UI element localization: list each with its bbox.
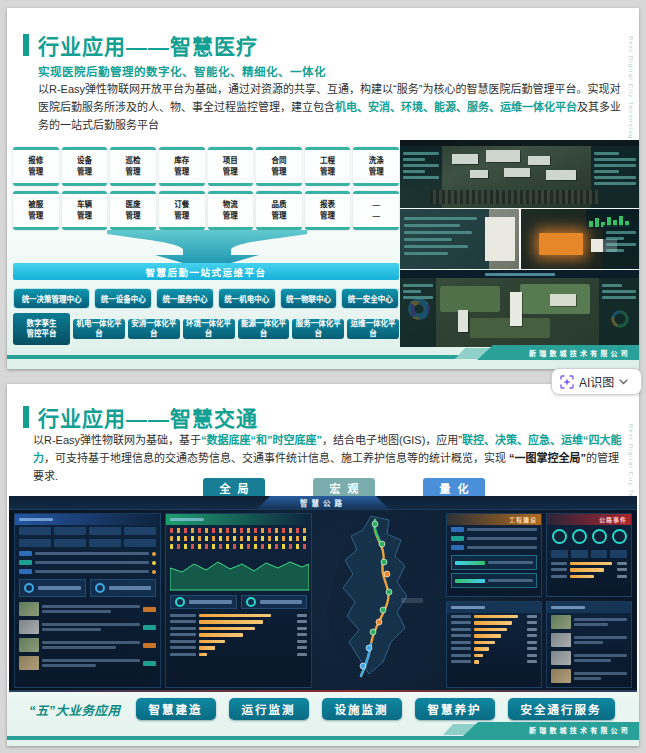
footer-accent-line [7, 355, 485, 359]
highlighted-building [539, 233, 583, 255]
hud-data-table [400, 209, 489, 269]
hud-right-strip [603, 225, 639, 269]
company-footer-band: 新瑞数城技术有限公司 [477, 345, 639, 360]
unified-centers-row: 统一决策管理中心 统一设备中心 统一服务中心 统一机电中心 统一物联中心 统一安… [13, 288, 399, 309]
dashboard-title: 智慧公路 [257, 496, 389, 509]
hud-right-strip [599, 278, 639, 347]
biz-button: 智慧养护 [415, 698, 495, 720]
building-right-view [521, 209, 640, 269]
module-cell: 合同 管理 [256, 147, 302, 186]
page-title: 行业应用——智慧医疗 [38, 30, 258, 60]
building-left-view [400, 209, 521, 269]
module-cell: 项目 管理 [208, 147, 254, 186]
slide-subtitle: 实现医院后勤管理的数字化、智能化、精细化、一体化 [38, 63, 326, 79]
panel-header-events: 公路事件 [547, 514, 631, 525]
panel-header [166, 514, 311, 525]
slide-smart-transport: 行业应用——智慧交通 以R-Easy弹性物联网为基础，基于“数据底座“和”时空底… [7, 384, 639, 746]
center-pill: 统一物联中心 [280, 288, 338, 309]
integrated-platforms-row: 数字孪生 管控平台 机电一体化平台 安消一体化平台 环境一体化平台 能源一体化平… [13, 313, 399, 345]
page-title: 行业应用——智慧交通 [38, 402, 258, 432]
hospital-module-grid: 报修 管理 设备 管理 巡检 管理 库存 管理 项目 管理 合同 管理 工程 管… [13, 147, 399, 230]
module-cell: 洗涤 管理 [353, 147, 399, 186]
platform-button: 服务一体化平台 [292, 319, 344, 339]
platform-button: 环境一体化平台 [183, 319, 235, 339]
module-cell: — — [353, 191, 399, 230]
center-pill: 统一设备中心 [94, 288, 152, 309]
module-cell: 车辆 管理 [62, 191, 108, 230]
platform-button: 安消一体化平台 [128, 319, 180, 339]
hud-left-strip [400, 278, 436, 347]
platform-button: 数字孪生 管控平台 [13, 313, 70, 345]
campus-aerial-screenshot [400, 140, 639, 208]
center-pill: 统一安全中心 [341, 288, 399, 309]
ai-vision-button[interactable]: AI识图 [551, 368, 642, 395]
kpi-rings [547, 525, 631, 548]
module-cell: 品质 管理 [256, 191, 302, 230]
event-photos-panel [546, 601, 632, 688]
screenshot-titlebar [400, 270, 639, 278]
title-accent-bar [23, 34, 29, 56]
title-accent-bar [23, 406, 29, 428]
module-cell: 被服 管理 [13, 191, 59, 230]
center-pill: 统一机电中心 [218, 288, 276, 309]
module-cell: 物流 管理 [208, 191, 254, 230]
module-cell: 订餐 管理 [159, 191, 205, 230]
ai-scan-icon [560, 375, 574, 389]
highway-events-panel: 公路事件 [546, 513, 632, 597]
module-cell: 报修 管理 [13, 147, 59, 186]
engineering-panel: 工程建设 [446, 513, 542, 597]
road-assets-panel [14, 513, 161, 688]
panel-header-engineering: 工程建设 [447, 514, 541, 525]
module-cell: 医废 管理 [110, 191, 156, 230]
gis-map [309, 510, 449, 690]
hospital-dashboard-screenshots [400, 140, 639, 348]
dashboard-bottom-edge [9, 690, 637, 692]
road-maintenance-panel [165, 513, 312, 688]
railway-tracks [430, 190, 599, 204]
biz-button: 安全通行服务 [508, 698, 615, 720]
module-cell: 设备 管理 [62, 147, 108, 186]
biz-button: 智慧建造 [136, 698, 216, 720]
chevron-down-icon [619, 379, 628, 385]
biz-button: 运行监测 [229, 698, 309, 720]
panel-header [15, 514, 160, 525]
platform-button: 机电一体化平台 [73, 319, 125, 339]
building-detail-screenshot [400, 209, 639, 269]
business-label: “五”大业务应用 [29, 700, 121, 719]
panel-header [547, 602, 631, 613]
slide-body-text: 以R-Easy弹性物联网开放平台为基础，通过对资源的共享、互通，构建以“服务”为… [38, 81, 624, 134]
center-pill: 统一服务中心 [156, 288, 214, 309]
biz-button: 设施监测 [322, 698, 402, 720]
safety-management-panel [446, 601, 542, 688]
slide-title-block: 行业应用——智慧医疗 [23, 30, 258, 60]
module-cell: 巡检 管理 [110, 147, 156, 186]
platform-button: 能源一体化平台 [238, 319, 290, 339]
module-cell: 库存 管理 [159, 147, 205, 186]
module-cell: 报表 管理 [305, 191, 351, 230]
platform-button: 运维一体化平台 [347, 319, 399, 339]
ai-button-label: AI识图 [579, 373, 614, 390]
module-cell: 工程 管理 [305, 147, 351, 186]
mode-button-global: 全局 [203, 478, 265, 498]
slide-title-block: 行业应用——智慧交通 [23, 402, 258, 432]
smart-highway-dashboard-screenshot: 智慧公路 [9, 496, 637, 692]
company-footer-band: 新瑞数城技术有限公司 [462, 722, 639, 737]
traffic-area-chart [170, 552, 309, 592]
mode-button-macro: 宏观 [313, 478, 375, 498]
panel-header [447, 602, 541, 613]
slide-smart-healthcare: 行业应用——智慧医疗 实现医院后勤管理的数字化、智能化、精细化、一体化 以R-E… [7, 8, 639, 369]
business-applications-row: “五”大业务应用 智慧建造 运行监测 设施监测 智慧养护 安全通行服务 [29, 698, 615, 720]
center-pill: 统一决策管理中心 [13, 288, 90, 309]
mode-button-quantify: 量化 [423, 478, 485, 498]
campus-overview-screenshot [400, 270, 639, 347]
platform-banner: 智慧后勤一站式运维平台 [13, 263, 399, 280]
